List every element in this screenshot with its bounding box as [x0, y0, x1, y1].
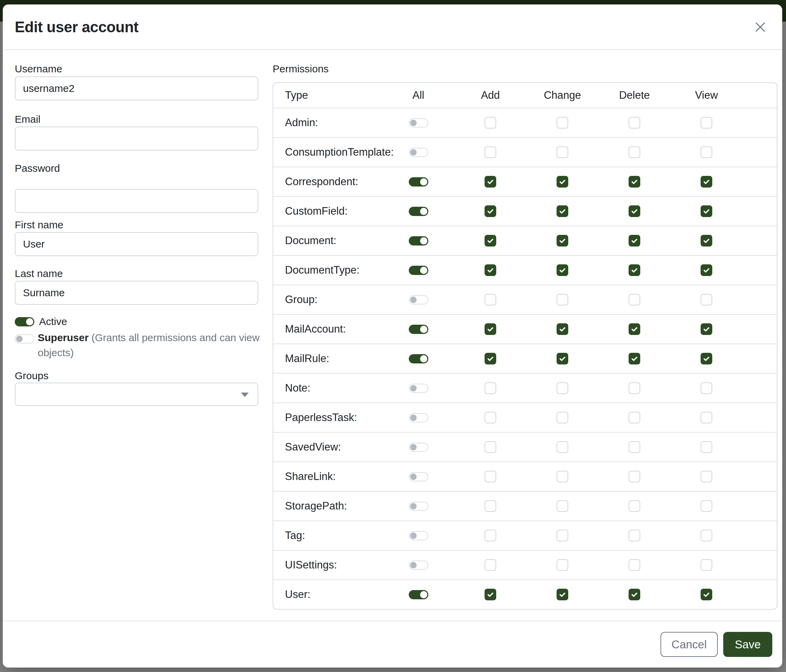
permission-delete-checkbox[interactable] — [629, 235, 640, 247]
permission-all-toggle[interactable] — [409, 177, 428, 187]
permission-add-checkbox[interactable] — [484, 117, 496, 129]
permission-change-checkbox[interactable] — [556, 412, 568, 424]
permission-view-checkbox[interactable] — [701, 441, 712, 453]
permission-view-checkbox[interactable] — [701, 412, 712, 424]
permission-delete-checkbox[interactable] — [629, 353, 640, 364]
permission-all-toggle[interactable] — [409, 443, 428, 452]
email-input[interactable] — [15, 127, 258, 151]
cancel-button[interactable]: Cancel — [660, 632, 718, 657]
permission-delete-checkbox[interactable] — [629, 559, 640, 571]
permission-view-checkbox[interactable] — [701, 500, 712, 512]
permission-view-checkbox[interactable] — [701, 471, 712, 482]
permission-add-checkbox[interactable] — [484, 412, 496, 424]
permission-add-checkbox[interactable] — [484, 206, 496, 217]
permission-view-checkbox[interactable] — [701, 294, 712, 306]
permission-change-checkbox[interactable] — [556, 264, 568, 276]
permission-all-toggle[interactable] — [409, 354, 428, 363]
permission-all-toggle[interactable] — [409, 472, 428, 481]
permission-view-checkbox[interactable] — [701, 176, 712, 188]
permission-add-checkbox[interactable] — [484, 471, 496, 482]
permission-view-checkbox[interactable] — [701, 235, 712, 247]
permission-delete-checkbox[interactable] — [629, 323, 640, 335]
permission-change-checkbox[interactable] — [556, 235, 568, 247]
permission-delete-checkbox[interactable] — [629, 589, 640, 600]
permission-all-toggle[interactable] — [409, 531, 428, 540]
permission-add-checkbox[interactable] — [484, 176, 496, 188]
permission-all-toggle[interactable] — [409, 561, 428, 570]
permission-add-checkbox[interactable] — [484, 441, 496, 453]
active-toggle[interactable] — [15, 317, 34, 327]
permission-change-checkbox[interactable] — [556, 323, 568, 335]
groups-select[interactable] — [15, 383, 258, 406]
permission-all-toggle[interactable] — [409, 502, 428, 511]
permission-delete-checkbox[interactable] — [629, 146, 640, 158]
permission-all-toggle[interactable] — [409, 295, 428, 305]
save-button[interactable]: Save — [723, 632, 772, 657]
permission-delete-checkbox[interactable] — [629, 382, 640, 394]
permission-add-checkbox[interactable] — [484, 235, 496, 247]
permission-change-checkbox[interactable] — [556, 500, 568, 512]
permission-all-toggle[interactable] — [409, 236, 428, 245]
permission-all-toggle[interactable] — [409, 384, 428, 393]
permission-view-checkbox[interactable] — [701, 117, 712, 129]
permission-view-checkbox[interactable] — [701, 146, 712, 158]
permission-view-checkbox[interactable] — [701, 530, 712, 542]
permission-all-toggle[interactable] — [409, 325, 428, 334]
permission-change-checkbox[interactable] — [556, 441, 568, 453]
username-input[interactable] — [15, 77, 258, 100]
password-input[interactable] — [15, 189, 258, 213]
permission-delete-checkbox[interactable] — [629, 471, 640, 482]
permission-delete-checkbox[interactable] — [629, 117, 640, 129]
permission-view-checkbox[interactable] — [701, 559, 712, 571]
permission-change-checkbox[interactable] — [556, 530, 568, 542]
permission-delete-checkbox[interactable] — [629, 530, 640, 542]
permission-add-checkbox[interactable] — [484, 146, 496, 158]
permission-delete-checkbox[interactable] — [629, 441, 640, 453]
permission-change-checkbox[interactable] — [556, 117, 568, 129]
permission-all-toggle[interactable] — [409, 207, 428, 216]
permission-add-checkbox[interactable] — [484, 530, 496, 542]
permission-all-toggle[interactable] — [409, 266, 428, 275]
permission-delete-checkbox[interactable] — [629, 294, 640, 306]
permission-all-toggle[interactable] — [409, 413, 428, 422]
permission-delete-checkbox[interactable] — [629, 500, 640, 512]
permission-view-checkbox[interactable] — [701, 264, 712, 276]
permission-view-checkbox[interactable] — [701, 206, 712, 217]
permission-add-checkbox[interactable] — [484, 353, 496, 364]
permission-add-checkbox[interactable] — [484, 294, 496, 306]
close-button[interactable] — [751, 18, 769, 36]
permission-all-toggle[interactable] — [409, 590, 428, 599]
permission-view-checkbox[interactable] — [701, 382, 712, 394]
permission-add-checkbox[interactable] — [484, 323, 496, 335]
permission-change-checkbox[interactable] — [556, 382, 568, 394]
permission-add-checkbox[interactable] — [484, 264, 496, 276]
permission-delete-checkbox[interactable] — [629, 264, 640, 276]
superuser-toggle[interactable] — [15, 334, 34, 344]
toggle-knob — [410, 503, 417, 509]
permission-change-checkbox[interactable] — [556, 176, 568, 188]
permission-view-checkbox[interactable] — [701, 589, 712, 600]
permission-change-checkbox[interactable] — [556, 146, 568, 158]
permission-change-checkbox[interactable] — [556, 471, 568, 482]
permission-view-checkbox[interactable] — [701, 323, 712, 335]
permission-all-toggle[interactable] — [409, 148, 428, 157]
permission-add-checkbox[interactable] — [484, 589, 496, 600]
first-name-input[interactable] — [15, 232, 258, 256]
permission-change-checkbox[interactable] — [556, 206, 568, 217]
last-name-label: Last name — [15, 267, 63, 281]
permission-change-checkbox[interactable] — [556, 559, 568, 571]
permission-add-checkbox[interactable] — [484, 382, 496, 394]
permission-delete-checkbox[interactable] — [629, 206, 640, 217]
modal-footer: Cancel Save — [3, 621, 782, 667]
permission-delete-checkbox[interactable] — [629, 176, 640, 188]
permission-add-checkbox[interactable] — [484, 559, 496, 571]
permission-all-toggle[interactable] — [409, 118, 428, 127]
permission-change-checkbox[interactable] — [556, 589, 568, 600]
permission-delete-checkbox[interactable] — [629, 412, 640, 424]
last-name-input[interactable] — [15, 281, 258, 305]
permission-view-checkbox[interactable] — [701, 353, 712, 364]
permission-add-checkbox[interactable] — [484, 500, 496, 512]
permission-change-checkbox[interactable] — [556, 294, 568, 306]
permission-change-checkbox[interactable] — [556, 353, 568, 364]
permission-type-label: Note: — [273, 382, 382, 394]
